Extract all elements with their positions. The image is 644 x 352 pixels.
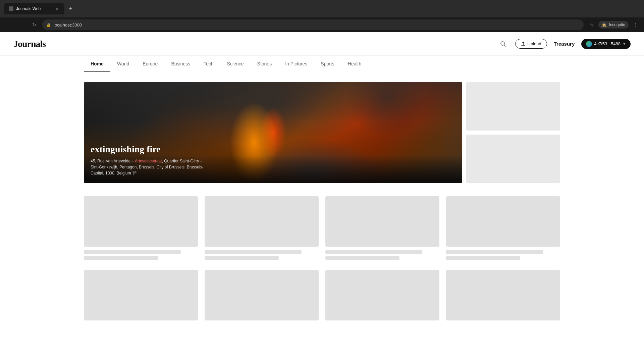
tab-world[interactable]: World (110, 56, 136, 72)
hero-article[interactable]: extinguishing fire 45, Rue Van Artevelde… (84, 82, 462, 183)
hero-overlay: extinguishing fire 45, Rue Van Artevelde… (84, 137, 462, 183)
article-card[interactable] (446, 270, 560, 320)
search-icon (500, 41, 506, 47)
app-logo[interactable]: Journals (13, 39, 46, 49)
reload-button[interactable]: ↻ (30, 20, 39, 30)
svg-line-1 (504, 45, 505, 46)
hero-side-cards (466, 82, 560, 183)
article-meta (325, 250, 439, 260)
menu-button[interactable]: ⋮ (631, 20, 640, 30)
tab-favicon (9, 6, 13, 11)
article-subtitle-skeleton (84, 256, 158, 260)
incognito-label: Incognito (609, 22, 625, 27)
browser-nav: ← → ↻ 🔒 localhost:3000 ☆ 🕵 Incognito ⋮ (0, 17, 644, 32)
browser-chrome: Journals Web × + (0, 0, 644, 17)
article-title-skeleton (446, 250, 543, 254)
tab-in-pictures[interactable]: In Pictures (278, 56, 314, 72)
article-thumbnail (446, 270, 560, 320)
active-tab[interactable]: Journals Web × (4, 3, 64, 14)
article-meta (446, 250, 560, 260)
article-card[interactable] (205, 270, 319, 320)
article-card[interactable] (446, 196, 560, 260)
star-button[interactable]: ☆ (587, 20, 596, 30)
tab-title: Journals Web (16, 6, 52, 11)
article-card[interactable] (84, 270, 198, 320)
hero-location: 45, Rue Van Artevelde – Arteveldestraat,… (91, 158, 455, 176)
page: Journals Upload Treasury 4c7f53...5488 ▼ (0, 32, 644, 352)
hero-title: extinguishing fire (91, 144, 455, 155)
tab-health[interactable]: Health (341, 56, 368, 72)
wallet-chevron-icon: ▼ (623, 42, 626, 46)
search-button[interactable] (498, 39, 508, 49)
treasury-link[interactable]: Treasury (554, 41, 575, 47)
article-title-skeleton (84, 250, 181, 254)
nav-actions: ☆ 🕵 Incognito ⋮ (587, 20, 640, 30)
article-title-skeleton (325, 250, 422, 254)
app-header: Journals Upload Treasury 4c7f53...5488 ▼ (0, 32, 644, 56)
tab-close-button[interactable]: × (54, 6, 60, 11)
wallet-icon (586, 41, 592, 47)
new-tab-button[interactable]: + (66, 4, 75, 13)
tab-tech[interactable]: Tech (197, 56, 220, 72)
tab-europe[interactable]: Europe (136, 56, 164, 72)
tab-home[interactable]: Home (84, 56, 110, 72)
wallet-badge[interactable]: 4c7f53...5488 ▼ (581, 39, 631, 49)
side-card-2[interactable] (466, 135, 560, 183)
tab-sports[interactable]: Sports (314, 56, 341, 72)
side-card-1[interactable] (466, 82, 560, 131)
upload-icon (521, 42, 526, 46)
nav-tabs: Home World Europe Business Tech Science … (0, 56, 644, 72)
header-right: Upload Treasury 4c7f53...5488 ▼ (498, 39, 631, 49)
article-thumbnail (84, 196, 198, 247)
article-thumbnail (325, 270, 439, 320)
article-card[interactable] (325, 270, 439, 320)
address-text: localhost:3000 (54, 22, 82, 28)
lock-icon: 🔒 (46, 23, 51, 27)
article-subtitle-skeleton (205, 256, 279, 260)
article-subtitle-skeleton (325, 256, 399, 260)
tab-business[interactable]: Business (164, 56, 197, 72)
incognito-icon: 🕵 (602, 22, 607, 27)
article-thumbnail (84, 270, 198, 320)
hero-location-highlight: Arteveldestraat (135, 159, 162, 163)
tab-stories[interactable]: Stories (251, 56, 279, 72)
article-subtitle-skeleton (446, 256, 520, 260)
article-grid-row-2 (84, 270, 560, 320)
article-thumbnail (446, 196, 560, 247)
hero-section: extinguishing fire 45, Rue Van Artevelde… (84, 82, 560, 183)
article-title-skeleton (205, 250, 302, 254)
tab-bar: Journals Web × + (4, 3, 75, 14)
wallet-address: 4c7f53...5488 (594, 41, 621, 46)
forward-button[interactable]: → (17, 20, 26, 30)
article-card[interactable] (205, 196, 319, 260)
article-card[interactable] (84, 196, 198, 260)
article-meta (205, 250, 319, 260)
tab-science[interactable]: Science (220, 56, 251, 72)
main-content: extinguishing fire 45, Rue Van Artevelde… (0, 72, 644, 331)
article-meta (84, 250, 198, 260)
article-thumbnail (205, 196, 319, 247)
incognito-badge: 🕵 Incognito (598, 21, 629, 29)
article-thumbnail (325, 196, 439, 247)
article-thumbnail (205, 270, 319, 320)
back-button[interactable]: ← (4, 20, 13, 30)
article-card[interactable] (325, 196, 439, 260)
address-bar[interactable]: 🔒 localhost:3000 (42, 19, 584, 30)
upload-button[interactable]: Upload (515, 39, 547, 49)
article-grid-row-1 (84, 196, 560, 260)
